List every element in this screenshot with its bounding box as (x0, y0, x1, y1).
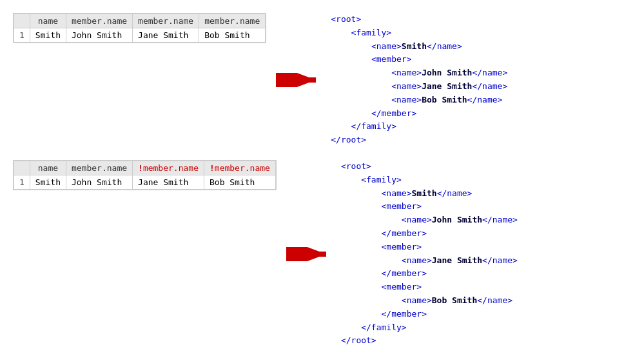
section2: name member.name !member.name !member.na… (13, 160, 631, 347)
xml2-line3: <name>Smith</name> (341, 187, 518, 201)
xml2-line5: <name>John Smith</name> (341, 213, 518, 227)
arrow2 (277, 247, 341, 261)
table1-row1-num: 1 (14, 28, 30, 43)
table2-row1-m2: Jane Smith (133, 175, 204, 189)
xml1-line1: <root> (331, 13, 507, 26)
xml2-line8: <name>Jane Smith</name> (341, 254, 518, 268)
table1: name member.name member.name member.name… (14, 14, 266, 43)
xml1-line7: <name>Bob Smith</name> (331, 94, 507, 107)
table2-row1-name: Smith (30, 175, 66, 189)
table1-row1-name: Smith (30, 28, 66, 43)
xml1-line6: <name>Jane Smith</name> (331, 80, 507, 94)
xml2-line12: </member> (341, 308, 518, 321)
table2-header-membername2-error: !member.name (133, 161, 204, 175)
table2-header-membername1: member.name (66, 161, 132, 175)
xml1-line8: </member> (331, 107, 507, 121)
xml1-line3: <name>Smith</name> (331, 40, 507, 54)
xml2-line14: </root> (341, 334, 518, 347)
xml1-line5: <name>John Smith</name> (331, 66, 507, 80)
table1-wrapper: name member.name member.name member.name… (13, 13, 266, 43)
table1-rownum-header (14, 14, 30, 28)
table2-header-name: name (30, 161, 66, 175)
table1-row1: 1 Smith John Smith Jane Smith Bob Smith (14, 28, 266, 43)
xml2-line1: <root> (341, 160, 518, 174)
section1: name member.name member.name member.name… (13, 13, 631, 147)
table1-header-name: name (30, 14, 66, 28)
xml1-line2: <family> (331, 26, 507, 40)
arrow1 (266, 73, 331, 87)
xml2-line9: </member> (341, 267, 518, 281)
xml2-line7: <member> (341, 241, 518, 254)
xml2-line13: </family> (341, 321, 518, 335)
xml1-line10: </root> (331, 134, 507, 147)
xml2-line6: </member> (341, 227, 518, 241)
xml2-line2: <family> (341, 174, 518, 187)
xml2-line10: <member> (341, 281, 518, 294)
table2-row1-m1: John Smith (66, 175, 132, 189)
xml1-line9: </family> (331, 120, 507, 134)
table2-row1-num: 1 (14, 175, 30, 189)
table2-header-membername3-error: !member.name (204, 161, 275, 175)
table2-row1: 1 Smith John Smith Jane Smith Bob Smith (14, 175, 276, 189)
xml1-block: <root> <family> <name>Smith</name> <memb… (331, 13, 507, 147)
table2: name member.name !member.name !member.na… (14, 161, 276, 190)
table1-header-membername1: member.name (66, 14, 132, 28)
table2-wrapper: name member.name !member.name !member.na… (13, 160, 277, 190)
xml2-line11: <name>Bob Smith</name> (341, 294, 518, 308)
table1-row1-m2: Jane Smith (133, 28, 199, 43)
table1-row1-m3: Bob Smith (199, 28, 266, 43)
table1-header-membername3: member.name (199, 14, 266, 28)
table1-header-membername2: member.name (133, 14, 199, 28)
table1-row1-m1: John Smith (66, 28, 132, 43)
table2-rownum-header (14, 161, 30, 175)
xml1-line4: <member> (331, 53, 507, 66)
xml2-block: <root> <family> <name>Smith</name> <memb… (341, 160, 518, 347)
xml2-line4: <member> (341, 200, 518, 213)
table2-row1-m3: Bob Smith (204, 175, 275, 189)
